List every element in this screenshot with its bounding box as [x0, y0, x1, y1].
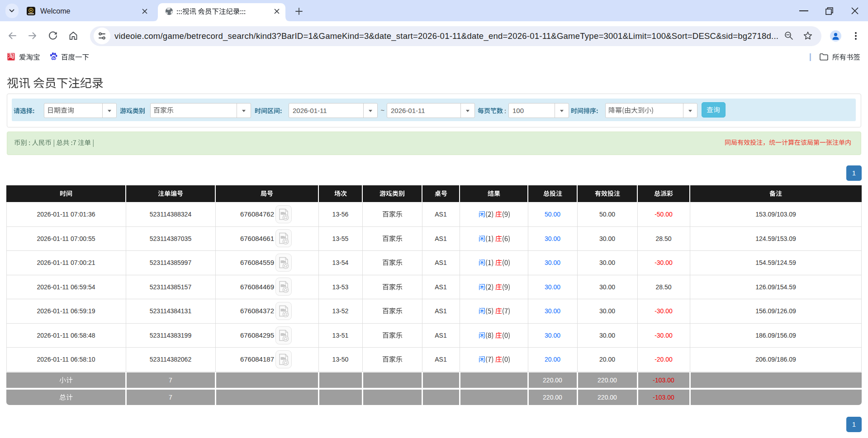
svg-text:du: du — [52, 57, 56, 60]
